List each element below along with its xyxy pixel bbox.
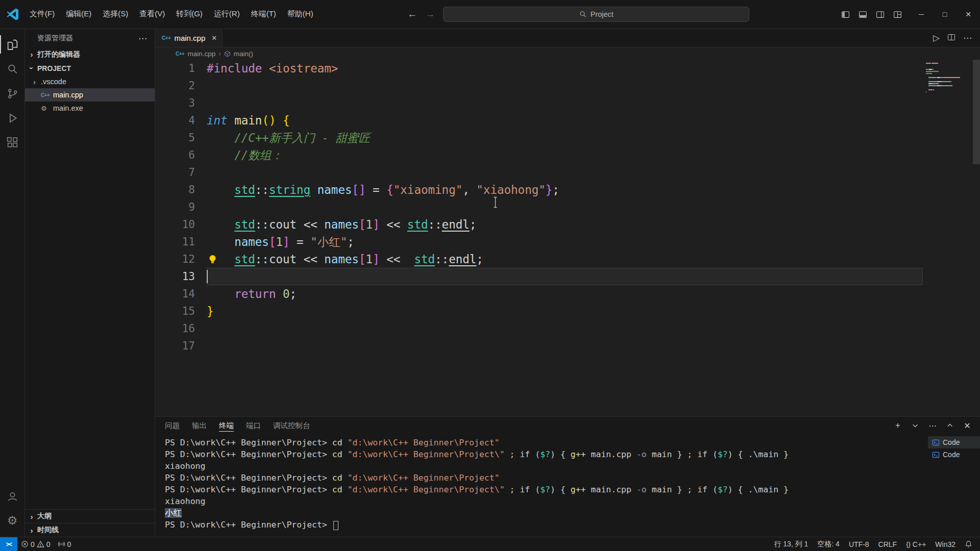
more-actions-icon[interactable]: ⋯: [963, 33, 972, 43]
panel-tab-端口[interactable]: 端口: [246, 417, 261, 434]
menu-item[interactable]: 帮助(H): [282, 0, 319, 29]
terminal-list-item[interactable]: Code: [928, 436, 980, 448]
file-row-.vscode[interactable]: ›.vscode: [25, 75, 155, 88]
indentation-indicator[interactable]: 空格: 4: [813, 537, 844, 551]
error-count: 0: [31, 540, 35, 548]
activity-extensions-icon[interactable]: [0, 130, 24, 155]
toggle-secondary-sidebar-icon[interactable]: [873, 7, 887, 21]
panel-tab-调试控制台[interactable]: 调试控制台: [273, 417, 310, 434]
menu-item[interactable]: 编辑(E): [60, 0, 97, 29]
account-icon[interactable]: [0, 484, 24, 508]
remote-indicator[interactable]: ><: [0, 537, 17, 551]
code-line-2[interactable]: 2: [155, 77, 923, 94]
title-bar-left: 文件(F)编辑(E)选择(S)查看(V)转到(G)运行(R)终端(T)帮助(H): [0, 0, 319, 29]
code-line-5[interactable]: 5 //C++新手入门 - 甜蜜匠: [155, 129, 923, 146]
code-line-4[interactable]: 4int main() {: [155, 112, 923, 129]
minimap-line: [926, 81, 973, 82]
line-number: 11: [155, 233, 195, 251]
terminal-list-item[interactable]: Code: [928, 448, 980, 461]
activity-search-icon[interactable]: [0, 57, 24, 81]
outline-section[interactable]: › 大纲: [25, 509, 155, 523]
minimap[interactable]: [924, 63, 973, 97]
code-line-3[interactable]: 3: [155, 94, 923, 112]
terminal-dropdown-icon[interactable]: [911, 421, 920, 430]
tab-main-cpp[interactable]: C++ main.cpp ✕: [155, 29, 223, 47]
line-number: 16: [155, 320, 195, 337]
toggle-panel-icon[interactable]: [855, 7, 870, 21]
title-bar: 文件(F)编辑(E)选择(S)查看(V)转到(G)运行(R)终端(T)帮助(H)…: [0, 0, 980, 29]
maximize-button[interactable]: □: [933, 0, 957, 29]
maximize-panel-icon[interactable]: [945, 421, 954, 430]
activity-source-control-icon[interactable]: [0, 81, 24, 106]
nav-forward-icon[interactable]: →: [425, 9, 435, 20]
project-label: PROJECT: [37, 64, 71, 72]
menu-item[interactable]: 选择(S): [97, 0, 134, 29]
language-indicator[interactable]: {} C++: [901, 537, 930, 551]
settings-gear-icon[interactable]: ⚙: [0, 508, 24, 533]
code-token: #include: [207, 62, 262, 75]
minimap-line: [926, 71, 973, 72]
encoding-indicator[interactable]: UTF-8: [844, 537, 874, 551]
close-button[interactable]: ✕: [957, 0, 980, 29]
eol-indicator[interactable]: CRLF: [874, 537, 902, 551]
code-token: std: [234, 253, 255, 266]
notifications-bell-icon[interactable]: [960, 537, 977, 551]
code-line-6[interactable]: 6 //数组：: [155, 146, 923, 164]
code-line-14[interactable]: 14 return 0;: [155, 285, 923, 303]
activity-explorer-icon[interactable]: [0, 32, 24, 57]
panel-tab-终端[interactable]: 终端: [219, 417, 234, 434]
ports-indicator[interactable]: 0: [54, 537, 75, 551]
goto-line-indicator[interactable]: 行 13, 列 1: [769, 537, 813, 551]
cpp-config-indicator[interactable]: Win32: [930, 537, 960, 551]
lightbulb-icon[interactable]: [208, 255, 217, 264]
file-row-main.cpp[interactable]: ›C++main.cpp: [25, 88, 155, 102]
panel-tab-输出[interactable]: 输出: [192, 417, 207, 434]
code-line-13[interactable]: 13: [155, 268, 923, 285]
new-terminal-icon[interactable]: +: [893, 421, 902, 430]
activity-run-debug-icon[interactable]: [0, 106, 24, 130]
terminal-output[interactable]: PS D:\work\C++ Beginner\Project> cd "d:\…: [155, 434, 928, 537]
run-file-icon[interactable]: ▷: [933, 33, 940, 43]
code-line-16[interactable]: 16: [155, 320, 923, 337]
menu-item[interactable]: 文件(F): [24, 0, 60, 29]
problems-indicator[interactable]: 0 0: [17, 537, 54, 551]
project-section[interactable]: › PROJECT: [25, 61, 155, 75]
code-line-1[interactable]: 1#include <iostream>: [155, 60, 923, 77]
terminal-token: .\main: [748, 449, 779, 459]
panel-more-icon[interactable]: ⋯: [928, 421, 937, 430]
menu-item[interactable]: 运行(R): [208, 0, 246, 29]
code-line-15[interactable]: 15}: [155, 303, 923, 320]
code-line-10[interactable]: 10 std::cout << names[1] << std::endl;: [155, 216, 923, 233]
minimap-line: [926, 85, 973, 86]
menu-item[interactable]: 终端(T): [246, 0, 282, 29]
customize-layout-icon[interactable]: [890, 7, 904, 21]
menu-item[interactable]: 转到(G): [170, 0, 208, 29]
editor-scrollbar[interactable]: [973, 60, 980, 416]
code-line-9[interactable]: 9: [155, 198, 923, 216]
breadcrumb-file[interactable]: main.cpp: [187, 50, 215, 58]
more-actions-icon[interactable]: ⋯: [138, 33, 148, 44]
code-line-12[interactable]: 12 std::cout << names[1] << std::endl;: [155, 251, 923, 268]
minimap-line: [926, 89, 973, 90]
split-editor-icon[interactable]: [947, 33, 955, 43]
close-tab-icon[interactable]: ✕: [211, 34, 217, 42]
close-panel-icon[interactable]: ✕: [963, 421, 972, 430]
scrollbar-thumb[interactable]: [973, 60, 980, 164]
breadcrumb-symbol[interactable]: main(): [234, 50, 253, 58]
open-editors-section[interactable]: › 打开的编辑器: [25, 47, 155, 61]
code-line-8[interactable]: 8 std::string names[] = {"xiaoming", "xi…: [155, 181, 923, 198]
panel-tab-问题[interactable]: 问题: [165, 417, 180, 434]
command-center-search[interactable]: Project: [443, 7, 749, 22]
terminal-token: "d:\work\C++ Beginner\Project": [348, 438, 500, 447]
menu-item[interactable]: 查看(V): [134, 0, 170, 29]
toggle-sidebar-icon[interactable]: [838, 7, 852, 21]
nav-back-icon[interactable]: ←: [407, 9, 417, 20]
file-row-main.exe[interactable]: ›⚙main.exe: [25, 102, 155, 115]
code-line-11[interactable]: 11 names[1] = "小红";: [155, 233, 923, 251]
timeline-section[interactable]: › 时间线: [25, 523, 155, 537]
code-editor[interactable]: 1#include <iostream>234int main() {5 //C…: [155, 60, 980, 416]
code-line-7[interactable]: 7: [155, 164, 923, 181]
code-line-17[interactable]: 17: [155, 337, 923, 355]
chevron-right-icon: ›: [28, 512, 35, 521]
minimize-button[interactable]: ─: [910, 0, 933, 29]
